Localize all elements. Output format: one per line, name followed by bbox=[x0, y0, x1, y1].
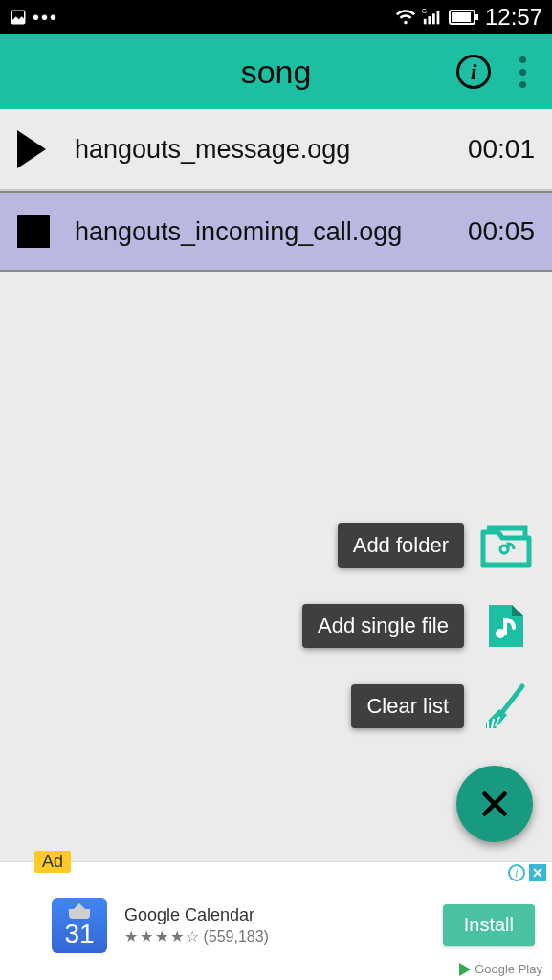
ad-info-icon[interactable]: i bbox=[508, 864, 525, 881]
image-icon bbox=[10, 9, 27, 26]
status-right: G 12:57 bbox=[395, 4, 542, 31]
svg-rect-3 bbox=[432, 13, 435, 24]
ad-badge: Ad bbox=[34, 851, 71, 873]
track-row[interactable]: hangouts_message.ogg 00:01 bbox=[0, 109, 552, 191]
svg-rect-2 bbox=[428, 16, 431, 24]
ad-rating: ★★★★☆ (559,183) bbox=[124, 927, 443, 946]
svg-rect-1 bbox=[424, 19, 427, 25]
play-icon[interactable] bbox=[17, 130, 65, 168]
install-button[interactable]: Install bbox=[443, 904, 535, 946]
ad-close-button[interactable]: ✕ bbox=[529, 864, 546, 881]
ad-title: Google Calendar bbox=[124, 905, 443, 925]
overflow-menu-button[interactable] bbox=[512, 56, 533, 88]
clear-list-label: Clear list bbox=[351, 684, 464, 728]
ad-banner: Ad i ✕ 31 Google Calendar ★★★★☆ (559,183… bbox=[0, 861, 552, 980]
track-duration: 00:05 bbox=[449, 216, 535, 247]
battery-icon bbox=[449, 10, 479, 25]
track-duration: 00:01 bbox=[449, 134, 535, 165]
signal-icon: G bbox=[422, 7, 443, 28]
clear-list-button[interactable] bbox=[479, 679, 533, 733]
track-name: hangouts_message.ogg bbox=[65, 135, 449, 165]
status-time: 12:57 bbox=[485, 4, 542, 31]
app-bar: song i bbox=[0, 34, 552, 109]
svg-rect-7 bbox=[452, 12, 471, 22]
page-title: song bbox=[241, 54, 312, 91]
status-left: ••• bbox=[10, 7, 58, 29]
track-row[interactable]: hangouts_incoming_call.ogg 00:05 bbox=[0, 191, 552, 272]
fab-close-button[interactable] bbox=[456, 766, 533, 842]
track-name: hangouts_incoming_call.ogg bbox=[65, 217, 449, 247]
svg-rect-8 bbox=[475, 14, 478, 20]
add-file-label: Add single file bbox=[302, 604, 464, 648]
svg-text:G: G bbox=[422, 8, 427, 14]
wifi-icon bbox=[395, 7, 416, 28]
add-folder-button[interactable] bbox=[479, 519, 533, 572]
svg-rect-4 bbox=[437, 11, 440, 25]
add-folder-label: Add folder bbox=[338, 523, 464, 568]
stop-icon[interactable] bbox=[17, 215, 65, 248]
info-button[interactable]: i bbox=[456, 55, 491, 89]
google-play-logo: Google Play bbox=[459, 962, 542, 976]
add-file-button[interactable] bbox=[479, 599, 533, 653]
status-bar: ••• G 12:57 bbox=[0, 0, 552, 34]
status-ellipsis: ••• bbox=[33, 7, 58, 29]
calendar-icon: 31 bbox=[52, 898, 107, 953]
fab-menu: Add folder Add single file Clear list bbox=[302, 519, 533, 842]
svg-line-11 bbox=[503, 686, 522, 711]
track-list: hangouts_message.ogg 00:01 hangouts_inco… bbox=[0, 109, 552, 272]
